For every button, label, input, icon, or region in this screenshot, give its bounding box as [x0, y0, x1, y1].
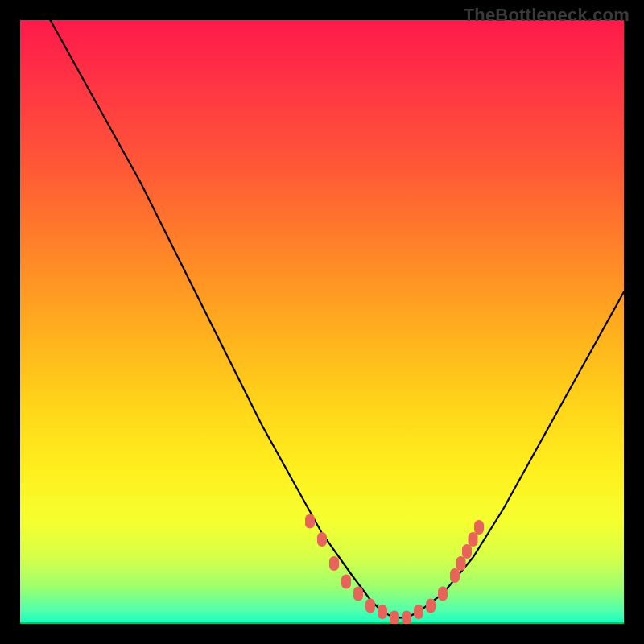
curve-marker — [378, 605, 387, 619]
curve-marker — [390, 611, 399, 625]
curve-marker — [353, 587, 363, 601]
plot-area — [20, 20, 624, 624]
curve-marker — [329, 556, 339, 571]
watermark-text: TheBottleneck.com — [464, 5, 630, 26]
curve-marker — [365, 599, 375, 613]
bottleneck-curve — [51, 20, 625, 618]
marker-group — [305, 514, 484, 625]
curve-marker — [341, 575, 351, 589]
curve-marker — [462, 544, 472, 559]
curve-marker — [414, 605, 423, 619]
curve-marker — [456, 556, 466, 571]
curve-marker — [426, 599, 436, 613]
curve-marker — [469, 532, 478, 547]
curve-marker — [438, 587, 448, 601]
curve-marker — [450, 568, 460, 583]
curve-marker — [317, 532, 327, 547]
curve-marker — [474, 520, 484, 535]
curve-svg — [20, 20, 624, 624]
curve-marker — [305, 514, 315, 529]
chart-frame: TheBottleneck.com — [0, 0, 644, 644]
curve-marker — [402, 611, 411, 625]
